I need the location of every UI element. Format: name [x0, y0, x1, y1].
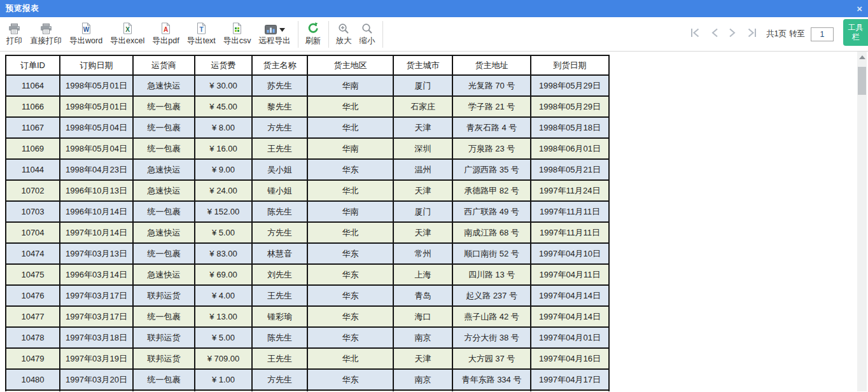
toolbar-toggle-button[interactable]: 工具 栏	[843, 19, 868, 46]
print-label: 打印	[6, 36, 22, 46]
table-cell: 王先生	[252, 348, 307, 369]
print-button[interactable]: 打印	[3, 20, 26, 49]
toolbar: 打印直接打印W导出wordX导出excelA导出pdfT导出text导出csv远…	[0, 17, 868, 52]
table-cell: 11066	[6, 96, 60, 117]
table-cell: 起义路 237 号	[452, 285, 531, 306]
table-cell: 1997年03月20日	[60, 369, 133, 390]
table-cell	[307, 390, 393, 391]
table-cell: 10476	[6, 285, 60, 306]
table-cell: 急速快运	[133, 180, 195, 201]
table-cell: 1997年04月17日	[531, 369, 609, 390]
table-cell: 华南	[307, 201, 393, 222]
text-file-icon: T	[196, 22, 207, 34]
table-row: 110441998年04月23日急速快运¥ 9.00吴小姐华东温州广源西路 35…	[6, 159, 609, 180]
table-row: 104751996年03月14日急速快运¥ 69.00刘先生华东上海四川路 13…	[6, 264, 609, 285]
monitor-icon	[265, 22, 285, 34]
table-cell: 锺彩瑜	[252, 306, 307, 327]
table-row: 104771997年03月17日统一包裹¥ 13.00锺彩瑜华东海口燕子山路 4…	[6, 306, 609, 327]
table-cell: 四川路 13 号	[452, 264, 531, 285]
table-cell: 华北	[307, 348, 393, 369]
table-cell: 青岛	[393, 285, 452, 306]
svg-text:X: X	[125, 25, 130, 32]
table-cell: 1996年10月13日	[60, 180, 133, 201]
table-cell: 承德路甲 82 号	[452, 180, 531, 201]
report-table: 订单ID订购日期运货商运货费货主名称货主地区货主城市货主地址到货日期 11064…	[5, 55, 610, 391]
table-row: 107031996年10月14日统一包裹¥ 152.00陈先生华南厦门西广联路 …	[6, 201, 609, 222]
table-cell: 燕子山路 42 号	[452, 306, 531, 327]
zoom-in-button[interactable]: 放大	[332, 20, 356, 49]
remote-export-button[interactable]: 远程导出	[255, 20, 295, 49]
zoom-in-label: 放大	[336, 36, 352, 46]
close-icon[interactable]: ×	[857, 0, 862, 17]
table-cell: 锺小姐	[252, 180, 307, 201]
table-cell: 1998年05月29日	[531, 75, 609, 96]
table-cell: 1997年04月10日	[531, 243, 609, 264]
zoom-out-button[interactable]: 缩小	[356, 20, 379, 49]
table-cell: 广源西路 35 号	[452, 159, 531, 180]
export-csv-button[interactable]: 导出csv	[220, 20, 255, 49]
table-row: 104801997年03月20日统一包裹¥ 1.00方先生华东南京青年东路 33…	[6, 369, 609, 390]
table-row: 104741997年03月13日统一包裹¥ 83.00林慧音华东常州顺口南街 5…	[6, 243, 609, 264]
table-cell: 10474	[6, 243, 60, 264]
table-cell: 1998年04月23日	[60, 159, 133, 180]
table-cell: 急速快运	[133, 264, 195, 285]
table-cell: 1996年10月14日	[60, 201, 133, 222]
table-cell: 华东	[307, 243, 393, 264]
table-cell: 10702	[6, 180, 60, 201]
toolbar-group: 打印直接打印W导出wordX导出excelA导出pdfT导出text导出csv远…	[3, 20, 295, 49]
table-row: 110661998年05月01日统一包裹¥ 45.00黎先生华北石家庄学子路 2…	[6, 96, 609, 117]
table-cell: 统一包裹	[133, 138, 195, 159]
table-cell: 10479	[6, 348, 60, 369]
table-cell: 联邦运货	[133, 327, 195, 348]
table-cell: 10475	[6, 264, 60, 285]
table-cell: ¥ 9.00	[195, 159, 252, 180]
vertical-scrollbar[interactable]	[857, 52, 867, 391]
goto-page-input[interactable]	[811, 27, 834, 41]
toolbar-group: 放大缩小	[332, 20, 379, 49]
table-cell: 联邦运货	[133, 348, 195, 369]
table-row-partial	[6, 390, 609, 391]
table-cell: 天津	[393, 180, 452, 201]
export-excel-button[interactable]: X导出excel	[106, 20, 148, 49]
table-cell: 10478	[6, 327, 60, 348]
column-header: 运货商	[133, 55, 195, 75]
export-text-button[interactable]: T导出text	[183, 20, 220, 49]
table-cell: 黎先生	[252, 96, 307, 117]
printer-icon	[8, 22, 20, 34]
export-csv-label: 导出csv	[223, 36, 251, 46]
export-pdf-button[interactable]: A导出pdf	[148, 20, 183, 49]
table-cell: ¥ 13.00	[195, 306, 252, 327]
excel-file-icon: X	[122, 22, 133, 34]
table-row: 110641998年05月01日急速快运¥ 30.00苏先生华南厦门光复路 70…	[6, 75, 609, 96]
table-cell: 陈先生	[252, 201, 307, 222]
first-page-button[interactable]	[685, 27, 706, 41]
table-cell: ¥ 4.00	[195, 285, 252, 306]
scrollbar-thumb[interactable]	[858, 67, 866, 95]
table-cell: 方分大街 38 号	[452, 327, 531, 348]
export-word-button[interactable]: W导出word	[66, 20, 106, 49]
table-cell: 11069	[6, 138, 60, 159]
refresh-label: 刷新	[305, 36, 321, 46]
table-cell: 1998年05月04日	[60, 117, 133, 138]
table-cell: 统一包裹	[133, 369, 195, 390]
table-cell: 刘先生	[252, 264, 307, 285]
table-cell: 1997年03月17日	[60, 285, 133, 306]
table-cell: 华东	[307, 327, 393, 348]
next-page-button[interactable]	[724, 27, 741, 41]
table-cell: 顺口南街 52 号	[452, 243, 531, 264]
refresh-button[interactable]: 刷新	[302, 20, 325, 49]
prev-page-button[interactable]	[706, 27, 724, 41]
table-cell: 华北	[307, 222, 393, 243]
table-cell	[133, 390, 195, 391]
table-cell: 1997年04月14日	[531, 285, 609, 306]
table-cell: 华东	[307, 306, 393, 327]
table-cell: 10477	[6, 306, 60, 327]
table-cell: ¥ 8.00	[195, 117, 252, 138]
last-page-button[interactable]	[741, 27, 762, 41]
toolbar-separator	[382, 21, 383, 48]
direct-print-button[interactable]: 直接打印	[26, 20, 66, 49]
scroll-up-icon[interactable]	[859, 55, 865, 59]
printer-icon	[40, 22, 52, 34]
table-header-row: 订单ID订购日期运货商运货费货主名称货主地区货主城市货主地址到货日期	[6, 55, 609, 75]
table-cell: 急速快运	[133, 159, 195, 180]
